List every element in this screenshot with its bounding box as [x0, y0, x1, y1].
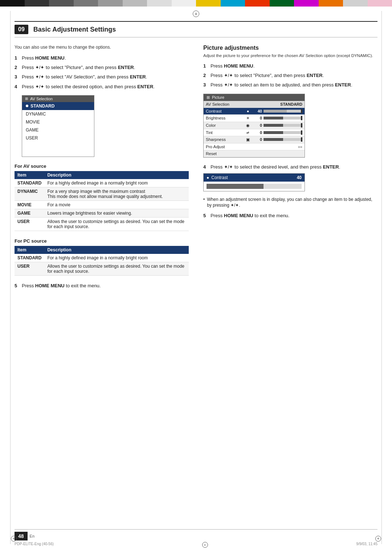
tint-bar-marker [301, 130, 302, 135]
right-column: Picture adjustments Adjust the picture t… [203, 45, 377, 288]
brightness-bar-fill [264, 117, 283, 119]
step-4-num: 4 [15, 84, 20, 90]
av-menu-titlebar: ⊞ AV Selection [22, 96, 94, 102]
reg-mark-left-circle: + [11, 536, 17, 542]
right-step5-num: 5 [203, 213, 208, 218]
picture-menu-title-label: Picture [212, 95, 224, 100]
right-step-3: 3 Press ✦/✦ to select an item to be adju… [203, 82, 377, 88]
top-color-bar [0, 0, 392, 7]
picture-brightness-row: Brightness ☀ 0 [204, 115, 305, 122]
picture-color-row: Color ◉ 0 [204, 122, 305, 129]
color-block-r6 [319, 0, 343, 7]
table-row: USER Allows the user to customize settin… [15, 262, 189, 275]
right-step4-text: Press ✦/✦ to select the desired level, a… [211, 164, 340, 170]
sharpness-bar-fill [264, 138, 283, 141]
color-block-2 [25, 0, 49, 7]
color-block-1 [0, 0, 25, 7]
color-block-8 [172, 0, 196, 7]
brightness-bar [264, 117, 302, 119]
color-label: Color [206, 123, 245, 127]
av-selection-menu: ⊞ AV Selection STANDARD DYNAMIC MOVIE GA… [22, 95, 94, 157]
color-bar [264, 124, 302, 127]
right-steps-list: 1 Press HOME MENU. 2 Press ✦/✦ to select… [203, 63, 377, 89]
color-value: 0 [251, 123, 262, 127]
picture-proadjust-row: Pro Adjust »» [204, 143, 305, 150]
right-step-3-text: Press ✦/✦ to select an item to be adjust… [211, 82, 352, 88]
av-standard-item: STANDARD [15, 179, 44, 187]
av-item-user: USER [22, 134, 94, 142]
contrast-icon: ● [245, 109, 251, 113]
tint-value: 0 [251, 130, 262, 135]
top-bar-left [0, 0, 196, 7]
brightness-icon: ☀ [245, 116, 251, 121]
pc-user-item: USER [15, 262, 44, 275]
av-item-game: GAME [22, 126, 94, 134]
chapter-header: 09 Basic Adjustment Settings [15, 21, 377, 37]
sharpness-label: Sharpness [206, 137, 245, 142]
right-step-2: 2 Press ✦/✦ to select "Picture", and the… [203, 72, 377, 79]
av-item-standard: STANDARD [22, 102, 94, 110]
av-col-item: Item [15, 171, 44, 179]
tint-icon: ⇌ [245, 131, 251, 134]
right-step-3-num: 3 [203, 82, 208, 88]
step-2-num: 2 [15, 64, 20, 71]
av-item-dynamic: DYNAMIC [22, 110, 94, 118]
chapter-title: Basic Adjustment Settings [33, 26, 116, 33]
contrast-label: Contrast [206, 109, 245, 113]
contrast-header-label-area: ● Contrast [207, 175, 228, 180]
footer: + + 48 En PDP-ELITE-Eng (40-56) + 9/9/03… [15, 529, 377, 548]
tint-label: Tint [206, 130, 245, 135]
contrast-header-value: 40 [297, 175, 302, 180]
brightness-label: Brightness [206, 116, 245, 120]
av-movie-item: MOVIE [15, 200, 44, 209]
color-block-r7 [343, 0, 368, 7]
pc-col-item: Item [15, 246, 44, 254]
picture-menu-titlebar: ⊞ Picture [204, 94, 305, 101]
av-selection-value: STANDARD [280, 102, 302, 106]
table-row: MOVIE For a movie [15, 200, 189, 209]
color-bar-marker [301, 123, 302, 127]
av-user-item: USER [15, 217, 44, 231]
color-block-4 [74, 0, 98, 7]
av-standard-desc: For a highly defined image in a normally… [44, 179, 189, 187]
picture-reset-row: Reset [204, 150, 305, 157]
av-col-desc: Description [44, 171, 189, 179]
sharpness-icon: ▣ [245, 137, 251, 142]
contrast-bar-fill [264, 110, 287, 113]
pc-user-desc: Allows the user to customize settings as… [44, 262, 189, 275]
av-item-movie: MOVIE [22, 118, 94, 126]
tint-bar-fill [264, 131, 283, 134]
reg-mark-top [193, 11, 199, 17]
for-av-source-heading: For AV source [15, 163, 189, 169]
picture-tint-row: Tint ⇌ 0 [204, 129, 305, 136]
step-3-num: 3 [15, 74, 20, 80]
bullet-dot-note: • [203, 197, 205, 209]
right-step-1-text: Press HOME MENU. [211, 63, 254, 69]
color-block-r1 [196, 0, 221, 7]
av-user-desc: Allows the user to customize settings as… [44, 217, 189, 231]
footer-meta: PDP-ELITE-Eng (40-56) + 9/9/03, 11:45 [15, 542, 377, 548]
step-3: 3 Press ✦/✦ to select "AV Selection", an… [15, 74, 189, 80]
lang-label: En [30, 534, 34, 538]
av-menu-title: AV Selection [30, 97, 53, 101]
footer-page-area: 48 En [15, 532, 377, 540]
right-step5-text: Press HOME MENU to exit the menu. [211, 213, 289, 218]
bullet-note-text: When an adjustment screen is in display,… [207, 197, 377, 209]
footer-meta-left: PDP-ELITE-Eng (40-56) [15, 542, 54, 548]
left-step5: 5 Press HOME MENU to exit the menu. [15, 283, 189, 288]
av-source-table: Item Description STANDARD For a highly d… [15, 171, 189, 231]
right-step4: 4 Press ✦/✦ to select the desired level,… [203, 164, 377, 170]
sharpness-value: 0 [251, 137, 262, 142]
av-menu-spacer [22, 142, 94, 157]
av-selection-label: AV Selection [206, 102, 280, 106]
contrast-bar-fill-main [207, 184, 264, 189]
table-row: DYNAMIC For a very sharp image with the … [15, 187, 189, 200]
reg-mark-left: + [11, 536, 17, 542]
table-row: USER Allows the user to customize settin… [15, 217, 189, 231]
left-step5-num: 5 [15, 283, 20, 288]
right-step4-num: 4 [203, 164, 208, 170]
reset-label: Reset [206, 151, 302, 156]
step-1-num: 1 [15, 55, 20, 61]
picture-menu: ⊞ Picture AV Selection STANDARD Contrast… [203, 94, 305, 158]
step-4: 4 Press ✦/✦ to select the desired option… [15, 84, 189, 90]
